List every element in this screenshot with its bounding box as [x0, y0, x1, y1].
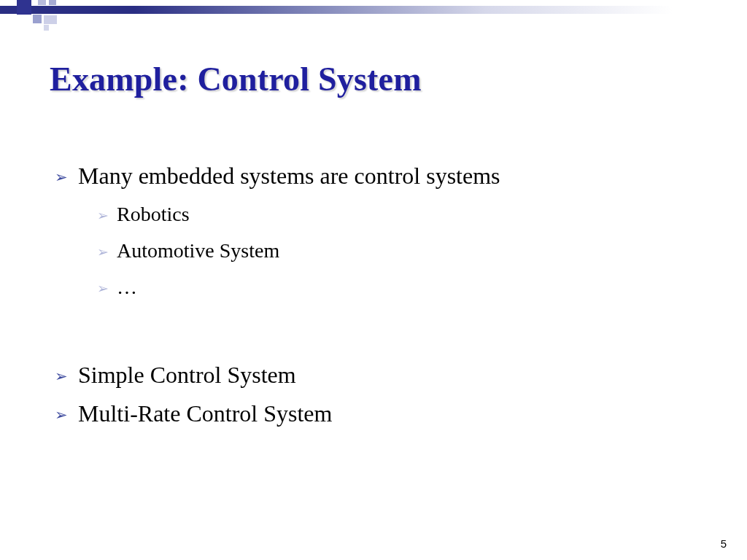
- deco-square: [38, 0, 46, 5]
- page-number: 5: [721, 537, 727, 550]
- slide-body: ➢ Many embedded systems are control syst…: [55, 160, 697, 438]
- bullet-level1: ➢ Simple Control System: [55, 359, 697, 391]
- triangle-bullet-icon: ➢: [55, 405, 68, 425]
- bullet-level2: ➢ …: [97, 272, 697, 303]
- bullet-text: Multi-Rate Control System: [78, 398, 332, 429]
- spacer: [55, 308, 697, 359]
- bullet-text: Simple Control System: [78, 359, 296, 391]
- header-decoration: [0, 0, 747, 31]
- gradient-bar: [0, 6, 747, 14]
- triangle-bullet-icon: ➢: [97, 206, 109, 227]
- bullet-level2: ➢ Automotive System: [97, 236, 697, 266]
- bullet-text: Robotics: [117, 199, 190, 230]
- bullet-text: Many embedded systems are control system…: [78, 160, 500, 192]
- triangle-bullet-icon: ➢: [97, 242, 109, 263]
- deco-square: [49, 0, 56, 5]
- deco-square: [17, 0, 31, 15]
- slide-title: Example: Control System: [50, 60, 422, 98]
- triangle-bullet-icon: ➢: [97, 279, 109, 300]
- deco-square: [44, 15, 57, 24]
- bullet-level1: ➢ Multi-Rate Control System: [55, 398, 697, 429]
- bullet-level2: ➢ Robotics: [97, 199, 697, 230]
- bullet-text: Automotive System: [117, 236, 279, 266]
- bullet-text: …: [117, 272, 137, 303]
- deco-square: [44, 25, 49, 31]
- deco-square: [33, 15, 42, 23]
- triangle-bullet-icon: ➢: [55, 167, 68, 187]
- bullet-level1: ➢ Many embedded systems are control syst…: [55, 160, 697, 192]
- triangle-bullet-icon: ➢: [55, 366, 68, 386]
- slide: Example: Control System ➢ Many embedded …: [0, 0, 747, 560]
